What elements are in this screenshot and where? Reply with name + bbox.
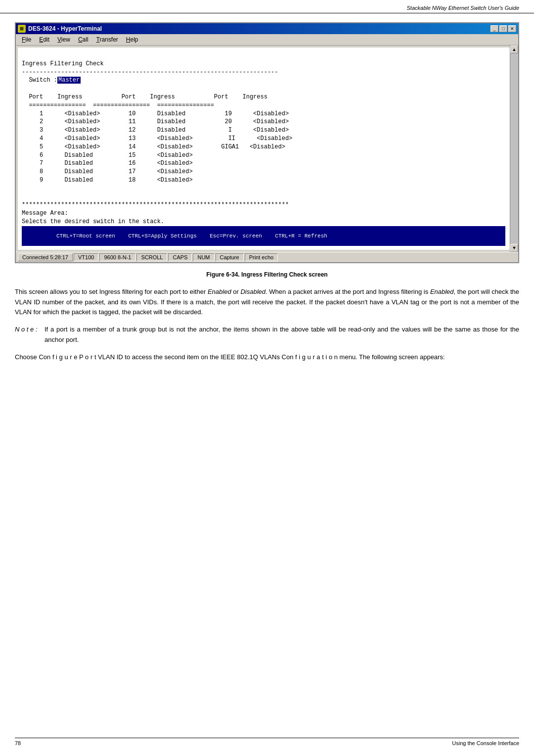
terminal-switch-value: Master bbox=[57, 77, 81, 84]
scroll-up-button[interactable]: ▲ bbox=[510, 46, 518, 53]
window-title: DES-3624 - HyperTerminal bbox=[28, 25, 102, 32]
body-paragraph-1: This screen allows you to set Ingress fi… bbox=[15, 287, 519, 318]
table-row-2: 2 <Disabled> 11 Disabled 20 <Disabled> bbox=[29, 118, 289, 125]
footer-page-number: 78 bbox=[15, 740, 21, 746]
scroll-down-button[interactable]: ▼ bbox=[510, 244, 518, 252]
scrollbar[interactable]: ▲ ▼ bbox=[510, 46, 518, 252]
page-header-title: Stackable NWay Ethernet Switch User's Gu… bbox=[407, 5, 520, 11]
menu-view[interactable]: View bbox=[53, 35, 74, 44]
menu-bar: File Edit View Call Transfer Help bbox=[16, 34, 518, 46]
body-paragraph-2: Choose Con f i g u r e P o r t VLAN ID t… bbox=[15, 352, 519, 363]
table-row-8: 8 Disabled 17 <Disabled> bbox=[29, 168, 192, 175]
page-header: Stackable NWay Ethernet Switch User's Gu… bbox=[0, 0, 534, 13]
cmd-bar: CTRL+T=Root screen CTRL+S=Apply Settings… bbox=[22, 226, 505, 246]
menu-call[interactable]: Call bbox=[74, 35, 92, 44]
terminal-switch-label: Switch : bbox=[29, 77, 57, 84]
title-bar: ⊞ DES-3624 - HyperTerminal _ □ ✕ bbox=[16, 23, 518, 34]
status-scroll: SCROLL bbox=[136, 253, 167, 261]
terminal-wrapper: Ingress Filtering Check ----------------… bbox=[16, 46, 518, 252]
terminal-heading: Ingress Filtering Check bbox=[22, 60, 104, 67]
message-area-text: Selects the desired switch in the stack. bbox=[22, 218, 164, 225]
title-bar-buttons: _ □ ✕ bbox=[490, 25, 516, 32]
note-block: N o t e : If a port is a member of a tru… bbox=[15, 325, 519, 345]
status-baud: 9600 8-N-1 bbox=[99, 253, 135, 261]
page-footer: 78 Using the Console Interface bbox=[15, 738, 519, 746]
note-label: N o t e : bbox=[15, 325, 41, 345]
table-row-5: 5 <Disabled> 14 <Disabled> GIGA1 <Disabl… bbox=[29, 143, 285, 150]
table-row-9: 9 Disabled 18 <Disabled> bbox=[29, 177, 192, 184]
table-row-3: 3 <Disabled> 12 Disabled I <Disabled> bbox=[29, 127, 289, 134]
message-area-label: Message Area: bbox=[22, 210, 68, 217]
status-bar: Connected 5:28:17 VT100 9600 8-N-1 SCROL… bbox=[16, 252, 518, 262]
table-row-1: 1 <Disabled> 10 Disabled 19 <Disabled> bbox=[29, 110, 289, 117]
menu-transfer[interactable]: Transfer bbox=[92, 35, 122, 44]
title-bar-left: ⊞ DES-3624 - HyperTerminal bbox=[18, 25, 102, 33]
maximize-button[interactable]: □ bbox=[499, 25, 507, 32]
terminal-table-header: Port Ingress Port Ingress Port Ingress bbox=[29, 94, 267, 100]
menu-file[interactable]: File bbox=[18, 35, 35, 44]
status-caps: CAPS bbox=[168, 253, 192, 261]
table-row-4: 4 <Disabled> 13 <Disabled> II <Disabled> bbox=[29, 135, 292, 142]
table-row-6: 6 Disabled 15 <Disabled> bbox=[29, 152, 192, 159]
scroll-track[interactable] bbox=[510, 53, 518, 244]
figure-caption: Figure 6-34. Ingress Filtering Check scr… bbox=[15, 271, 519, 278]
status-print-echo: Print echo bbox=[245, 253, 278, 261]
terminal-table-sep: ================ ================ ======… bbox=[29, 102, 214, 109]
app-icon: ⊞ bbox=[18, 25, 26, 33]
terminal-content: Ingress Filtering Check ----------------… bbox=[22, 51, 505, 226]
terminal-area[interactable]: Ingress Filtering Check ----------------… bbox=[18, 47, 516, 250]
status-num: NUM bbox=[193, 253, 214, 261]
footer-section: Using the Console Interface bbox=[452, 740, 519, 746]
page-content: ⊞ DES-3624 - HyperTerminal _ □ ✕ File Ed… bbox=[0, 22, 534, 363]
terminal-divider: ----------------------------------------… bbox=[22, 69, 278, 76]
menu-edit[interactable]: Edit bbox=[35, 35, 53, 44]
cmd-bar-text: CTRL+T=Root screen CTRL+S=Apply Settings… bbox=[56, 233, 327, 239]
close-button[interactable]: ✕ bbox=[508, 25, 516, 32]
menu-help[interactable]: Help bbox=[122, 35, 142, 44]
hyperterminal-window: ⊞ DES-3624 - HyperTerminal _ □ ✕ File Ed… bbox=[15, 22, 519, 263]
minimize-button[interactable]: _ bbox=[490, 25, 498, 32]
table-row-7: 7 Disabled 16 <Disabled> bbox=[29, 160, 192, 167]
note-text: If a port is a member of a trunk group b… bbox=[44, 325, 519, 345]
status-connected: Connected 5:28:17 bbox=[18, 253, 73, 261]
stars-line: ****************************************… bbox=[22, 201, 289, 208]
status-vt: VT100 bbox=[74, 253, 98, 261]
status-capture: Capture bbox=[216, 253, 244, 261]
